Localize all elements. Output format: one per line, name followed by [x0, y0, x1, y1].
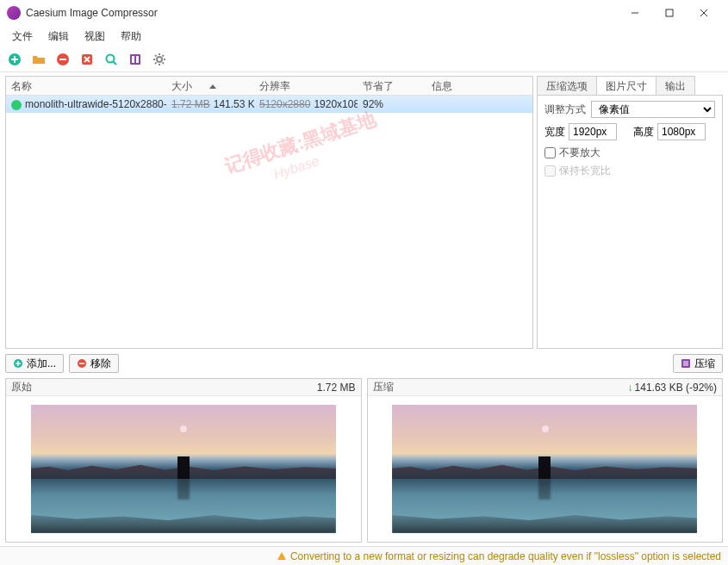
- preview-original-label: 原始: [11, 380, 32, 394]
- compress-icon: [681, 358, 691, 369]
- action-bar: 添加... 移除 压缩: [0, 351, 728, 378]
- app-logo-icon: [7, 6, 21, 20]
- minus-icon: [77, 358, 87, 369]
- delete-button[interactable]: 移除: [69, 354, 119, 373]
- resize-method-select[interactable]: 像素值: [591, 101, 715, 118]
- window-title: Caesium Image Compressor: [26, 7, 618, 19]
- compress-button[interactable]: 压缩: [673, 354, 723, 373]
- svg-rect-1: [666, 9, 673, 16]
- add-icon[interactable]: [5, 50, 24, 69]
- remove-all-icon[interactable]: [78, 50, 96, 69]
- svg-line-13: [113, 61, 116, 65]
- folder-icon[interactable]: [29, 50, 48, 69]
- preview-compressed-size: 141.63 KB: [635, 382, 683, 394]
- no-enlarge-label: 不要放大: [559, 146, 600, 160]
- preview-original-size: 1.72 MB: [317, 382, 356, 394]
- no-enlarge-checkbox[interactable]: [544, 147, 556, 158]
- width-input[interactable]: [569, 123, 617, 140]
- svg-line-23: [163, 62, 165, 64]
- preview-compressed-pct: (-92%): [686, 382, 717, 394]
- menu-view[interactable]: 视图: [78, 28, 112, 46]
- preview-compressed: 压缩 ↓141.63 KB (-92%): [367, 378, 724, 543]
- svg-line-25: [163, 55, 165, 57]
- cell-size-old: 1.72 MB: [171, 98, 210, 110]
- svg-line-22: [155, 55, 157, 57]
- down-arrow-icon: ↓: [628, 382, 633, 394]
- file-list-panel: 名称 大小 分辨率 节省了 信息 monolith-ultrawide-5120…: [5, 76, 533, 349]
- preview-original-image[interactable]: [6, 396, 361, 542]
- toolbar: [0, 47, 728, 72]
- svg-rect-14: [130, 54, 140, 65]
- cell-info: [426, 102, 532, 106]
- table-row[interactable]: monolith-ultrawide-5120x2880-12540.j 1.7…: [6, 96, 532, 113]
- watermark-text: 记得收藏:黑域基地: [221, 106, 380, 179]
- menu-edit[interactable]: 编辑: [41, 28, 76, 46]
- th-saved[interactable]: 节省了: [358, 77, 426, 95]
- svg-rect-15: [132, 56, 134, 63]
- menubar: 文件 编辑 视图 帮助: [0, 26, 728, 47]
- tab-image-size[interactable]: 图片尺寸: [596, 76, 656, 95]
- cell-res-old: 5120x2880: [259, 98, 310, 110]
- svg-line-24: [155, 62, 157, 64]
- add-button[interactable]: 添加...: [5, 354, 64, 373]
- tab-output[interactable]: 输出: [656, 76, 695, 95]
- table-header: 名称 大小 分辨率 节省了 信息: [6, 77, 532, 96]
- menu-help[interactable]: 帮助: [114, 28, 148, 46]
- search-icon[interactable]: [102, 50, 121, 69]
- add-button-label: 添加...: [27, 357, 56, 371]
- svg-rect-16: [136, 56, 139, 63]
- th-name[interactable]: 名称: [6, 77, 166, 95]
- width-label: 宽度: [544, 125, 565, 140]
- keep-ratio-label: 保持长宽比: [559, 164, 611, 178]
- status-ok-icon: [11, 100, 22, 110]
- compress-button-label: 压缩: [694, 357, 715, 371]
- cell-size-new: 141.53 KB: [214, 98, 254, 110]
- gear-icon[interactable]: [150, 50, 169, 69]
- warning-icon: [277, 552, 286, 560]
- th-info[interactable]: 信息: [426, 77, 532, 95]
- preview-compressed-label: 压缩: [373, 380, 394, 394]
- cell-saved: 92%: [358, 96, 426, 112]
- height-input[interactable]: [657, 123, 706, 140]
- th-size[interactable]: 大小: [166, 77, 254, 95]
- preview-compressed-image[interactable]: [368, 396, 723, 542]
- table-body: monolith-ultrawide-5120x2880-12540.j 1.7…: [6, 96, 532, 348]
- delete-button-label: 移除: [90, 357, 111, 371]
- th-resolution[interactable]: 分辨率: [254, 77, 358, 95]
- keep-ratio-checkbox: [544, 165, 556, 177]
- column-icon[interactable]: [126, 50, 145, 69]
- cell-filename: monolith-ultrawide-5120x2880-12540.j: [25, 98, 166, 110]
- status-bar: Converting to a new format or resizing c…: [0, 546, 728, 565]
- svg-point-17: [157, 57, 162, 62]
- status-warning-text: Converting to a new format or resizing c…: [290, 550, 721, 562]
- tab-compress-options[interactable]: 压缩选项: [537, 76, 597, 95]
- preview-original: 原始 1.72 MB: [5, 378, 362, 543]
- side-panel: 压缩选项 图片尺寸 输出 调整方式 像素值 宽度 高度 不要放大: [537, 76, 723, 349]
- watermark-sub: Hybase: [272, 153, 321, 183]
- maximize-button[interactable]: [652, 1, 687, 25]
- preview-area: 原始 1.72 MB 压缩 ↓141.63 KB (-92%): [0, 378, 728, 546]
- minimize-button[interactable]: [618, 1, 652, 25]
- titlebar: Caesium Image Compressor: [0, 0, 728, 26]
- remove-icon[interactable]: [53, 50, 72, 69]
- plus-icon: [13, 358, 23, 369]
- cell-res-new: 1920x1080: [314, 98, 358, 110]
- height-label: 高度: [633, 125, 654, 140]
- menu-file[interactable]: 文件: [5, 28, 40, 46]
- resize-method-label: 调整方式: [544, 102, 586, 117]
- close-button[interactable]: [687, 1, 721, 25]
